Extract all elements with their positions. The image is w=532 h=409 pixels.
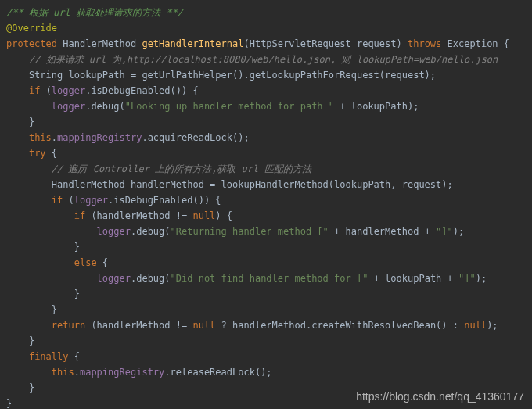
code-line: String lookupPath = getUrlPathHelper().g… bbox=[6, 70, 436, 81]
code-token: .debug( bbox=[85, 101, 125, 112]
code-line: } bbox=[6, 304, 57, 315]
code-token bbox=[6, 367, 52, 378]
code-token bbox=[6, 351, 29, 362]
code-token: ); bbox=[487, 320, 498, 331]
code-token bbox=[6, 85, 29, 96]
code-token: finally bbox=[29, 351, 69, 362]
code-token: logger bbox=[52, 85, 85, 96]
code-token: HandlerMethod handlerMethod = lookupHand… bbox=[6, 179, 453, 190]
code-token: "Did not find handler method for [" bbox=[171, 273, 368, 284]
code-token: } bbox=[6, 242, 80, 253]
code-token: try bbox=[29, 148, 46, 159]
code-line: // 遍历 Controller 上的所有方法,获取 url 匹配的方法 bbox=[6, 163, 311, 174]
code-token: this bbox=[29, 132, 52, 143]
code-line: this.mappingRegistry.releaseReadLock(); bbox=[6, 367, 272, 378]
code-token: null bbox=[192, 320, 215, 331]
code-line: protected HandlerMethod getHandlerIntern… bbox=[6, 38, 509, 49]
code-token: String lookupPath = getUrlPathHelper().g… bbox=[6, 70, 436, 81]
code-token bbox=[6, 210, 74, 221]
code-line: if (logger.isDebugEnabled()) { bbox=[6, 85, 199, 96]
code-token: ? handlerMethod.createWithResolvedBean()… bbox=[215, 320, 464, 331]
code-token: logger bbox=[97, 273, 131, 284]
code-token bbox=[6, 54, 29, 65]
code-token: + handlerMethod + bbox=[329, 226, 436, 237]
code-line: if (logger.isDebugEnabled()) { bbox=[6, 195, 221, 206]
code-token: ); bbox=[476, 273, 487, 284]
code-line: } bbox=[6, 382, 34, 393]
code-token: getHandlerInternal bbox=[142, 38, 243, 49]
code-token: .debug( bbox=[131, 273, 171, 284]
code-token bbox=[6, 226, 97, 237]
code-token bbox=[6, 195, 52, 206]
code-token: /** 根据 url 获取处理请求的方法 **/ bbox=[6, 7, 183, 18]
code-token: Exception { bbox=[441, 38, 509, 49]
code-token: .isDebugEnabled()) { bbox=[108, 195, 221, 206]
code-token: } bbox=[6, 398, 12, 409]
code-token: throws bbox=[408, 38, 441, 49]
code-token: // 遍历 Controller 上的所有方法,获取 url 匹配的方法 bbox=[52, 163, 311, 174]
code-token: ( bbox=[63, 195, 74, 206]
code-token bbox=[6, 101, 52, 112]
code-token: { bbox=[97, 257, 108, 268]
code-token: } bbox=[6, 117, 34, 127]
code-line: return (handlerMethod != null ? handlerM… bbox=[6, 320, 498, 331]
code-token: mappingRegistry bbox=[80, 367, 164, 378]
code-line: logger.debug("Looking up handler method … bbox=[6, 101, 419, 112]
code-token: logger bbox=[52, 101, 85, 112]
code-line: if (handlerMethod != null) { bbox=[6, 210, 232, 221]
code-token: return bbox=[52, 320, 85, 331]
code-token: ) { bbox=[215, 210, 232, 221]
code-token: "Looking up handler method for path " bbox=[125, 101, 334, 112]
code-token bbox=[6, 132, 29, 143]
code-line: @Override bbox=[6, 23, 57, 34]
code-line: logger.debug("Did not find handler metho… bbox=[6, 273, 487, 284]
code-line: else { bbox=[6, 257, 108, 268]
code-token: "]" bbox=[458, 273, 476, 284]
code-token: HandlerMethod bbox=[57, 38, 142, 49]
code-line: finally { bbox=[6, 351, 80, 362]
code-line: } bbox=[6, 242, 80, 253]
code-token: . bbox=[74, 367, 80, 378]
code-token: + lookupPath); bbox=[334, 101, 419, 112]
code-token: } bbox=[6, 304, 57, 315]
code-token: { bbox=[68, 351, 79, 362]
code-token bbox=[6, 320, 52, 331]
code-line: HandlerMethod handlerMethod = lookupHand… bbox=[6, 179, 453, 190]
code-token: if bbox=[29, 85, 40, 96]
code-token: this bbox=[52, 367, 74, 378]
code-token: @Override bbox=[6, 23, 57, 34]
code-token: .acquireReadLock(); bbox=[142, 132, 249, 143]
code-token: logger bbox=[74, 195, 108, 206]
code-token bbox=[6, 273, 97, 284]
code-token: mappingRegistry bbox=[57, 132, 142, 143]
code-token: // 如果请求 url 为,http://localhost:8080/web/… bbox=[29, 54, 498, 65]
code-token: if bbox=[74, 210, 85, 221]
code-token: null bbox=[464, 320, 487, 331]
code-token: (handlerMethod != bbox=[85, 210, 192, 221]
code-token: . bbox=[52, 132, 57, 143]
code-token bbox=[6, 257, 74, 268]
code-line: this.mappingRegistry.acquireReadLock(); bbox=[6, 132, 250, 143]
code-token: { bbox=[46, 148, 57, 159]
code-token: protected bbox=[6, 38, 57, 49]
code-editor[interactable]: /** 根据 url 获取处理请求的方法 **/ @Override prote… bbox=[0, 0, 532, 409]
code-token: .isDebugEnabled()) { bbox=[85, 85, 199, 96]
code-line: try { bbox=[6, 148, 57, 159]
code-token: (HttpServletRequest request) bbox=[243, 38, 408, 49]
code-token: else bbox=[74, 257, 97, 268]
code-token: ); bbox=[453, 226, 464, 237]
code-line: /** 根据 url 获取处理请求的方法 **/ bbox=[6, 7, 183, 18]
code-token: + lookupPath + bbox=[368, 273, 458, 284]
code-line: // 如果请求 url 为,http://localhost:8080/web/… bbox=[6, 54, 498, 65]
code-token bbox=[6, 148, 29, 159]
code-token: (handlerMethod != bbox=[85, 320, 192, 331]
code-token: if bbox=[52, 195, 63, 206]
code-line: } bbox=[6, 335, 34, 346]
code-token: "]" bbox=[436, 226, 453, 237]
code-token bbox=[6, 163, 52, 174]
code-line: } bbox=[6, 398, 12, 409]
code-token: ( bbox=[40, 85, 51, 96]
code-token: logger bbox=[97, 226, 131, 237]
code-token: null bbox=[192, 210, 215, 221]
code-token: } bbox=[6, 382, 34, 393]
